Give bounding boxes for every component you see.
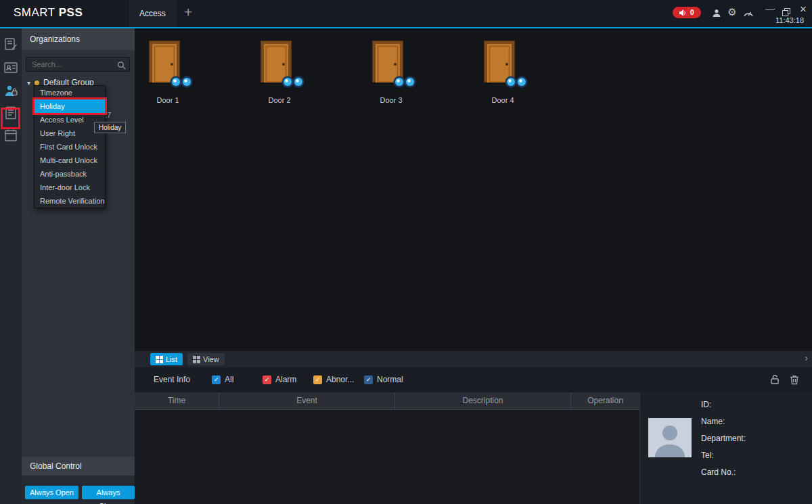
filter-all[interactable]: ✓ All [212,375,233,384]
speaker-icon [679,9,687,16]
module-icon-strip [0,28,22,504]
close-button[interactable]: × [796,3,810,16]
menu-item-remote-verification[interactable]: Remote Verification [35,194,105,208]
door-item-2[interactable]: Door 2 [249,41,310,104]
global-control-actions: Always Open Always Close [22,476,135,504]
smartpss-window: SMARTPSS Access + 0 ⚙ — × 11:43:18 [0,0,812,504]
filter-label: Abnor... [326,375,354,384]
door-item-1[interactable]: Door 1 [137,41,198,104]
person-detail-panel: ID: Name: Department: Tel: Card No.: [639,392,812,504]
checkbox-normal[interactable]: ✓ [364,375,373,384]
always-close-button[interactable]: Always Close [82,486,135,499]
menu-item-timezone[interactable]: Timezone [35,86,105,99]
door-label: Door 1 [156,96,179,104]
performance-gauge-icon[interactable] [742,7,754,19]
filter-abnormal[interactable]: ✓ Abnor... [313,375,354,384]
add-tab-button[interactable]: + [184,4,192,20]
filter-label: All [225,375,233,384]
list-toggle-button[interactable]: List [150,353,183,365]
always-open-button[interactable]: Always Open [25,486,78,499]
monitor-binoculars-icon [392,74,417,89]
tree-expand-caret[interactable]: ▾ [27,79,30,87]
topbar: SMARTPSS Access + 0 ⚙ — × 11:43:18 [0,0,812,28]
avatar [648,418,692,457]
main-content: Door 1 Door 2 Door 3 [135,28,812,504]
filter-label: Normal [377,375,403,384]
menu-item-first-card-unlock[interactable]: First Card Unlock [35,140,105,154]
door-label: Door 4 [491,96,514,104]
filter-normal[interactable]: ✓ Normal [364,375,403,384]
global-control-header: Global Control [22,457,135,476]
holiday-tooltip: Holiday [94,122,126,133]
logo-pss: PSS [59,6,83,19]
filter-alarm[interactable]: ✓ Alarm [263,375,296,384]
door-label: Door 2 [268,96,290,104]
clock: 11:43:18 [775,16,804,24]
field-tel-label: Tel: [701,451,714,460]
door-label: Door 3 [380,96,402,104]
column-time: Time [135,392,219,409]
field-id-label: ID: [701,400,711,409]
collapse-arrow[interactable]: › [805,352,808,363]
grid-icon [156,356,163,363]
user-card-module-icon[interactable] [3,60,18,75]
door-item-3[interactable]: Door 3 [361,41,422,104]
checkbox-alarm[interactable]: ✓ [263,375,271,384]
event-table-body [135,410,639,504]
group-icon [35,81,39,85]
menu-item-holiday[interactable]: Holiday [35,99,105,113]
settings-gear-icon[interactable]: ⚙ [726,5,738,18]
app-logo: SMARTPSS [14,6,83,20]
user-account-icon[interactable] [710,7,723,19]
event-table-header: Time Event Description Operation [135,392,639,410]
grid-icon [193,356,200,363]
minimize-button[interactable]: — [763,1,777,15]
log-module-icon[interactable] [3,37,18,51]
checkbox-abnormal[interactable]: ✓ [313,375,322,384]
event-info-label: Event Info [154,367,190,392]
door-grid: Door 1 Door 2 Door 3 [137,41,533,104]
field-department-label: Department: [701,434,746,443]
organizations-header: Organizations [22,28,135,50]
logo-smart: SMART [14,6,55,19]
report-module-icon[interactable] [3,106,18,120]
access-context-menu: Timezone Holiday Access Level User Right… [34,85,106,208]
alarm-sound-badge[interactable]: 0 [673,7,701,18]
field-name-label: Name: [701,417,725,426]
alarm-count: 0 [690,9,694,16]
column-operation: Operation [571,392,639,409]
org-search [26,57,130,72]
list-view-bar: List View › [135,351,812,367]
filter-label: Alarm [275,375,296,384]
menu-item-inter-door-lock[interactable]: Inter-door Lock [35,181,105,194]
search-icon[interactable] [117,60,126,72]
event-filter-row: Event Info ✓ All ✓ Alarm ✓ Abnor... ✓ No… [135,367,812,392]
list-label: List [166,355,177,363]
checkbox-all[interactable]: ✓ [212,375,221,384]
trash-icon[interactable] [790,374,799,388]
restore-icon [782,8,790,16]
column-event: Event [219,392,395,409]
menu-item-multi-card-unlock[interactable]: Multi-card Unlock [35,154,105,167]
column-description: Description [395,392,571,409]
monitor-binoculars-icon [281,74,305,89]
monitor-binoculars-icon [169,74,194,89]
unlock-icon[interactable] [769,374,780,388]
view-label: View [203,355,219,363]
menu-item-anti-passback[interactable]: Anti-passback [35,167,105,181]
access-permission-module-icon[interactable] [3,83,18,98]
door-item-4[interactable]: Door 4 [472,41,533,104]
attendance-calendar-module-icon[interactable] [3,128,18,143]
search-input[interactable] [26,58,129,71]
tab-access[interactable]: Access [129,0,177,27]
field-cardno-label: Card No.: [701,467,736,477]
monitor-binoculars-icon [504,74,528,89]
view-toggle-button[interactable]: View [187,353,225,365]
